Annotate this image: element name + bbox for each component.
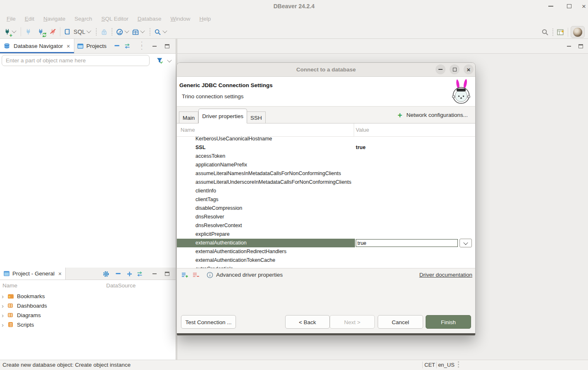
filter-button[interactable] xyxy=(156,57,164,65)
property-row[interactable]: explicitPrepare xyxy=(177,230,475,239)
project-tree: ›Bookmarks›Dashboards›Diagrams›Scripts xyxy=(0,292,176,330)
property-row[interactable]: externalAuthenticationTokenCache xyxy=(177,256,475,265)
tab-database-navigator[interactable]: Database Navigator × xyxy=(0,39,74,53)
view-menu-button[interactable]: ⁚⁚ xyxy=(138,42,146,50)
test-connection-button[interactable]: Test Connection ... xyxy=(181,315,236,329)
tab-projects[interactable]: Projects xyxy=(74,39,110,53)
menu-help[interactable]: Help xyxy=(195,12,216,25)
object-filter-input[interactable] xyxy=(2,55,150,66)
panel-minimize-button[interactable] xyxy=(150,270,159,278)
tab-close-icon[interactable]: × xyxy=(67,43,70,49)
property-row[interactable]: assumeLiteralUnderscoreInMetadataCallsFo… xyxy=(177,178,475,187)
menu-search[interactable]: Search xyxy=(70,12,97,25)
link-with-editor-button[interactable] xyxy=(136,270,144,278)
sql-editor-dropdown[interactable] xyxy=(86,28,91,33)
tab-close-icon[interactable]: × xyxy=(58,271,62,277)
quick-search-button[interactable] xyxy=(540,28,550,37)
package-dropdown[interactable] xyxy=(140,28,145,33)
property-value-dropdown[interactable] xyxy=(459,239,472,247)
panel-minimize-button[interactable] xyxy=(150,42,159,50)
property-row[interactable]: dnsResolverContext xyxy=(177,221,475,230)
editor-minimize-button[interactable] xyxy=(565,42,573,50)
new-connection-dropdown[interactable] xyxy=(12,28,16,33)
dialog-title-bar[interactable]: Connect to a database × xyxy=(177,63,475,77)
property-row[interactable]: KerberosUseCanonicalHostname xyxy=(177,137,475,143)
tab-project-general[interactable]: Project - General × xyxy=(0,268,66,280)
window-minimize-button[interactable] xyxy=(546,2,555,11)
dialog-close-button[interactable]: × xyxy=(464,64,474,74)
status-grip xyxy=(458,364,459,365)
panel-maximize-button[interactable] xyxy=(163,42,171,50)
column-name[interactable]: Name xyxy=(2,280,17,292)
tree-item-diagrams[interactable]: ›Diagrams xyxy=(0,311,176,320)
property-row[interactable]: externalAuthenticationRedirectHandlers xyxy=(177,247,475,256)
menu-edit[interactable]: Edit xyxy=(20,12,39,25)
remove-property-button[interactable] xyxy=(192,271,200,279)
property-row[interactable]: clientInfo xyxy=(177,187,475,195)
tree-item-dashboards[interactable]: ›Dashboards xyxy=(0,301,176,311)
tree-item-scripts[interactable]: ›Scripts xyxy=(0,320,176,330)
finish-button[interactable]: Finish xyxy=(426,315,471,329)
network-configurations-button[interactable]: + Network configurations... xyxy=(398,107,468,123)
collapse-all-button[interactable] xyxy=(114,270,122,278)
column-datasource[interactable]: DataSource xyxy=(106,280,136,292)
status-locale[interactable]: en_US xyxy=(437,361,455,369)
property-row[interactable]: assumeLiteralNamesInMetadataCallsForNonC… xyxy=(177,169,475,178)
project-settings-button[interactable] xyxy=(102,270,110,278)
collapse-all-button[interactable] xyxy=(113,42,121,50)
property-row[interactable]: applicationNamePrefix xyxy=(177,161,475,169)
connect-button[interactable] xyxy=(24,27,33,36)
window-maximize-button[interactable] xyxy=(564,2,574,11)
link-with-editor-button[interactable] xyxy=(123,42,131,50)
menu-file[interactable]: File xyxy=(2,12,20,25)
filter-dropdown[interactable] xyxy=(167,58,171,62)
menu-window[interactable]: Window xyxy=(166,12,195,25)
package-button[interactable] xyxy=(131,27,140,36)
editor-maximize-button[interactable] xyxy=(576,42,585,50)
filter-funnel-icon xyxy=(157,57,163,64)
new-connection-button[interactable]: + xyxy=(2,27,12,36)
driver-documentation-link[interactable]: Driver documentation xyxy=(419,268,472,282)
menu-database[interactable]: Database xyxy=(133,12,166,25)
column-name[interactable]: Name xyxy=(181,123,195,136)
column-value[interactable]: Value xyxy=(356,123,369,136)
lock-button[interactable] xyxy=(100,27,109,36)
expand-all-button[interactable] xyxy=(125,270,133,278)
disconnect-button[interactable] xyxy=(48,27,57,36)
dashboard-dropdown[interactable] xyxy=(124,28,129,33)
menu-sql-editor[interactable]: SQL Editor xyxy=(97,12,133,25)
dialog-minimize-button[interactable] xyxy=(436,64,445,74)
status-timezone[interactable]: CET xyxy=(423,361,436,369)
dashboard-button[interactable] xyxy=(115,27,124,36)
property-row[interactable]: SSLtrue xyxy=(177,143,475,152)
window-close-button[interactable]: × xyxy=(579,2,588,11)
user-profile-button[interactable] xyxy=(571,26,585,38)
dialog-tab-main[interactable]: Main xyxy=(179,111,198,123)
perspective-button[interactable]: ★ xyxy=(556,28,565,37)
sql-script-icon xyxy=(64,28,71,36)
panel-maximize-button[interactable] xyxy=(163,270,171,278)
dialog-maximize-button[interactable] xyxy=(450,64,459,74)
menu-navigate[interactable]: Navigate xyxy=(39,12,70,25)
tree-item-bookmarks[interactable]: ›Bookmarks xyxy=(0,292,176,301)
property-row[interactable]: extraCredentials xyxy=(177,265,475,268)
property-row[interactable]: dnsResolver xyxy=(177,213,475,221)
search-dropdown[interactable] xyxy=(162,28,167,33)
cancel-button[interactable]: Cancel xyxy=(378,315,423,329)
dialog-tab-ssh[interactable]: SSH xyxy=(247,111,266,123)
dialog-tab-driver-properties[interactable]: Driver properties xyxy=(198,109,247,123)
search-button[interactable] xyxy=(153,27,162,36)
sql-editor-button[interactable] xyxy=(63,27,72,36)
expander-chevron-icon[interactable]: › xyxy=(2,303,7,309)
expander-chevron-icon[interactable]: › xyxy=(2,293,7,299)
add-property-button[interactable] xyxy=(181,271,189,279)
reconnect-button[interactable] xyxy=(36,27,45,36)
property-row[interactable]: accessToken xyxy=(177,152,475,161)
back-button[interactable]: < Back xyxy=(285,315,330,329)
property-value-input[interactable] xyxy=(356,239,458,247)
property-row[interactable]: disableCompression xyxy=(177,204,475,213)
expander-chevron-icon[interactable]: › xyxy=(2,322,7,328)
property-row[interactable]: clientTags xyxy=(177,195,475,204)
property-row[interactable]: externalAuthentication xyxy=(177,239,475,247)
expander-chevron-icon[interactable]: › xyxy=(2,312,7,318)
